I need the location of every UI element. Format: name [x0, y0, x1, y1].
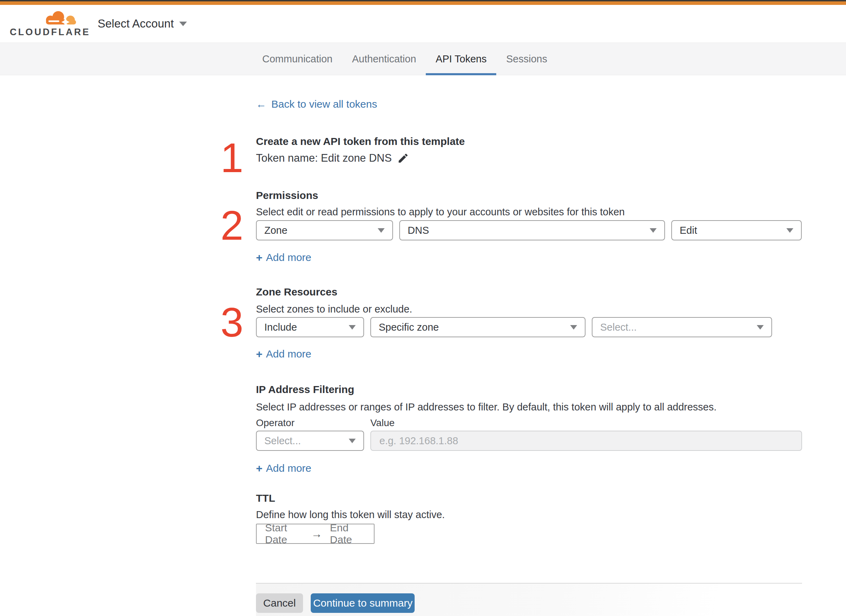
chevron-down-icon — [179, 22, 187, 26]
chevron-down-icon — [378, 228, 385, 233]
back-to-tokens-link[interactable]: ← Back to view all tokens — [256, 98, 377, 110]
ip-value-input[interactable] — [370, 431, 802, 451]
zone-resources-row: Include Specific zone Select... — [256, 317, 802, 337]
zone-mode-dropdown[interactable]: Include — [256, 317, 364, 337]
operator-label: Operator — [256, 418, 370, 428]
permission-resource-dropdown[interactable]: DNS — [399, 220, 665, 241]
step-number-2: 2 — [221, 205, 243, 246]
zone-resources-add-more-link[interactable]: + Add more — [256, 348, 311, 360]
brand-wordmark: CLOUDFLARE — [10, 27, 90, 38]
back-arrow-icon: ← — [256, 98, 266, 110]
app-header: CLOUDFLARE Select Account — [0, 5, 846, 43]
tab-api-tokens[interactable]: API Tokens — [426, 43, 496, 75]
tab-authentication[interactable]: Authentication — [342, 43, 426, 75]
ttl-heading: TTL — [256, 492, 802, 505]
token-name-label: Token name: Edit zone DNS — [256, 152, 391, 164]
permission-access-dropdown[interactable]: Edit — [671, 220, 802, 241]
step-number-1: 1 — [221, 137, 243, 178]
tab-label: Sessions — [506, 53, 547, 65]
chevron-down-icon — [349, 325, 356, 330]
ip-operator-dropdown[interactable]: Select... — [256, 431, 364, 451]
permission-scope-dropdown[interactable]: Zone — [256, 220, 393, 241]
step-number-3: 3 — [221, 302, 243, 343]
end-date-placeholder: End Date — [330, 522, 365, 546]
permissions-heading: Permissions — [256, 189, 802, 202]
plus-icon: + — [256, 348, 263, 360]
tab-label: API Tokens — [436, 53, 487, 65]
form-footer: Cancel Continue to summary — [256, 584, 802, 616]
ip-filtering-add-more-link[interactable]: + Add more — [256, 462, 311, 475]
continue-to-summary-button[interactable]: Continue to summary — [311, 593, 415, 613]
account-selector-dropdown[interactable]: Select Account — [98, 5, 187, 43]
start-date-placeholder: Start Date — [265, 522, 303, 546]
dropdown-value: Include — [264, 321, 297, 333]
dropdown-value: Zone — [264, 225, 287, 236]
zone-resources-description: Select zones to include or exclude. — [256, 303, 802, 315]
ttl-description: Define how long this token will stay act… — [256, 509, 802, 521]
ip-filtering-heading: IP Address Filtering — [256, 383, 802, 396]
permissions-description: Select edit or read permissions to apply… — [256, 206, 802, 218]
permissions-row: Zone DNS Edit — [256, 220, 802, 241]
tab-label: Authentication — [352, 53, 416, 65]
edit-pencil-icon[interactable] — [397, 152, 409, 164]
add-more-label: Add more — [266, 348, 311, 360]
tab-communication[interactable]: Communication — [253, 43, 342, 75]
brand-orange-bar — [0, 1, 846, 5]
dropdown-value: DNS — [408, 225, 429, 236]
dropdown-value: Specific zone — [379, 321, 439, 333]
permissions-add-more-link[interactable]: + Add more — [256, 251, 311, 264]
plus-icon: + — [256, 462, 263, 475]
dropdown-placeholder: Select... — [264, 435, 301, 447]
chevron-down-icon — [757, 325, 764, 330]
ip-filtering-row: Select... — [256, 431, 802, 451]
chevron-down-icon — [786, 228, 793, 233]
back-link-label: Back to view all tokens — [271, 98, 377, 110]
dropdown-value: Edit — [680, 225, 697, 236]
right-arrow-icon: → — [311, 528, 322, 540]
cloudflare-cloud-icon — [43, 10, 77, 27]
ip-filtering-labels: Operator Value — [256, 418, 802, 428]
cancel-button[interactable]: Cancel — [256, 593, 303, 613]
profile-tabbar: Communication Authentication API Tokens … — [0, 43, 846, 75]
chevron-down-icon — [650, 228, 657, 233]
account-selector-label: Select Account — [98, 17, 174, 30]
tab-sessions[interactable]: Sessions — [496, 43, 557, 75]
dropdown-placeholder: Select... — [600, 321, 637, 333]
zone-resources-heading: Zone Resources — [256, 286, 802, 298]
token-form: 1 2 3 ← Back to view all tokens Create a… — [256, 75, 802, 616]
zone-select-dropdown[interactable]: Select... — [592, 317, 772, 337]
ttl-date-range-picker[interactable]: Start Date → End Date — [256, 524, 375, 544]
add-more-label: Add more — [266, 251, 311, 264]
tab-label: Communication — [262, 53, 333, 65]
chevron-down-icon — [570, 325, 577, 330]
chevron-down-icon — [349, 439, 356, 443]
zone-type-dropdown[interactable]: Specific zone — [370, 317, 586, 337]
value-label: Value — [370, 418, 395, 428]
ip-filtering-description: Select IP addresses or ranges of IP addr… — [256, 401, 802, 413]
cloudflare-logo[interactable]: CLOUDFLARE — [10, 8, 77, 40]
token-name-row: Token name: Edit zone DNS — [256, 151, 802, 165]
template-heading: Create a new API token from this templat… — [256, 135, 802, 148]
add-more-label: Add more — [266, 462, 311, 475]
plus-icon: + — [256, 251, 263, 264]
